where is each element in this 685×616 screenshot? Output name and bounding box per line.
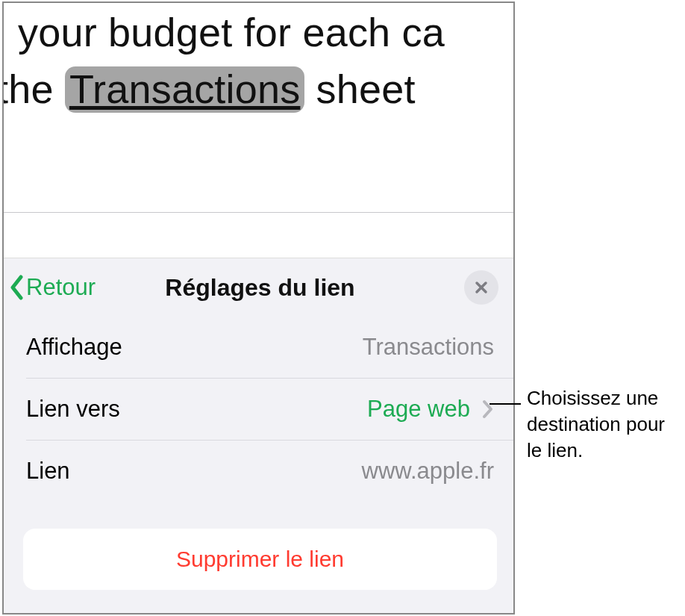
doc-line-2: the Transactions sheet xyxy=(2,61,416,118)
document-text-area: your budget for each ca the Transactions… xyxy=(4,3,513,212)
content-divider xyxy=(4,212,513,213)
row-link-value: www.apple.fr xyxy=(362,458,494,485)
panel-header: Retour Réglages du lien xyxy=(2,258,515,317)
doc-line2-suffix: sheet xyxy=(304,66,415,111)
row-linkto-value: Page web xyxy=(367,396,470,423)
doc-line1-text: your budget for each ca xyxy=(18,10,445,55)
row-link[interactable]: Lien www.apple.fr xyxy=(2,441,515,502)
row-linkto-label: Lien vers xyxy=(26,396,120,423)
row-linkto[interactable]: Lien vers Page web xyxy=(2,379,515,440)
close-icon xyxy=(474,280,489,295)
app-frame: your budget for each ca the Transactions… xyxy=(2,1,515,615)
callout-leader-line xyxy=(489,403,521,405)
callout-text: Choisissez une destination pour le lien. xyxy=(527,385,684,464)
row-link-label: Lien xyxy=(26,458,70,485)
back-button[interactable]: Retour xyxy=(10,274,96,301)
doc-line-1: your budget for each ca xyxy=(18,4,445,61)
delete-link-button[interactable]: Supprimer le lien xyxy=(23,529,497,590)
chevron-right-icon xyxy=(482,399,494,419)
panel-title: Réglages du lien xyxy=(165,274,354,302)
chevron-left-icon xyxy=(10,275,25,300)
doc-line2-prefix: the xyxy=(2,66,65,111)
delete-link-label: Supprimer le lien xyxy=(176,547,344,572)
link-settings-panel: Retour Réglages du lien Affichage Transa… xyxy=(2,258,515,615)
row-display-value: Transactions xyxy=(363,334,494,361)
selected-link-text[interactable]: Transactions xyxy=(65,66,305,113)
row-display-label: Affichage xyxy=(26,334,122,361)
close-button[interactable] xyxy=(464,270,498,305)
back-label: Retour xyxy=(26,274,96,301)
row-display[interactable]: Affichage Transactions xyxy=(2,317,515,378)
